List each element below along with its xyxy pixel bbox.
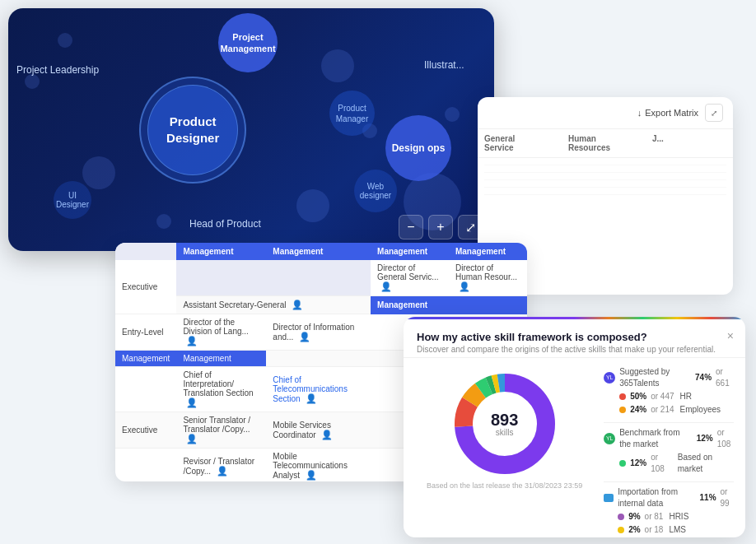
market-avatar: YL	[604, 433, 615, 444]
col-human-resources: HumanResources	[568, 134, 642, 152]
matrix-row	[484, 173, 726, 180]
bubble-controls: − + ⤢	[399, 215, 483, 239]
deco-dot	[156, 214, 171, 229]
market2-count: or 108	[651, 452, 672, 475]
director-general-cell: Director of General Servic... 👤	[371, 260, 449, 296]
matrix-body	[478, 158, 733, 195]
col-management-1: Management	[176, 243, 266, 260]
executive-level: Executive	[115, 260, 176, 314]
suggested-avatar: YL	[604, 372, 615, 384]
employees-count: or 214	[651, 404, 674, 416]
suggested-row: YL Suggested by 365Talents 74% or 661	[604, 366, 734, 389]
lms-dot	[618, 527, 624, 533]
revisor-cell: Revisor / Translator /Copy... 👤	[176, 449, 266, 482]
asst-secretary-name: Assistant Secretary-General	[183, 300, 286, 309]
mobile-services-cell: Mobile Services Coordinator 👤	[266, 412, 371, 449]
suggested-label: Suggested by 365Talents	[619, 366, 691, 389]
hris-label: HRIS	[669, 511, 688, 523]
design-ops-label: Design ops	[392, 142, 446, 154]
employees-label: Employees	[680, 404, 721, 416]
director-info-name: Director of Information and...	[273, 323, 354, 342]
matrix-columns: GeneralService HumanResources J...	[478, 129, 733, 158]
hr-dot	[619, 393, 626, 400]
employees-pct: 24%	[630, 404, 646, 416]
level-cell	[115, 367, 176, 412]
product-manager-node[interactable]: Product Manager	[329, 91, 375, 136]
matrix-header: ↓ Export Matrix ⤢	[478, 97, 733, 129]
org-table-row: Assistant Secretary-General 👤 Management	[115, 296, 527, 314]
head-of-product-label: Head of Product	[189, 218, 261, 231]
import-pct: 11%	[700, 492, 716, 504]
user-icon: 👤	[459, 281, 470, 291]
senior-translator-cell: Senior Translator / Translator /Copy... …	[176, 412, 266, 449]
col-j: J...	[652, 134, 726, 152]
user-icon: 👤	[217, 466, 228, 476]
asst-secretary-cell: Assistant Secretary-General 👤	[176, 296, 371, 314]
entry-level-label: Entry-Level	[115, 314, 176, 351]
level-col-header	[115, 243, 176, 260]
donut-chart: 893 skills	[447, 366, 562, 481]
design-ops-node[interactable]: Design ops	[385, 115, 451, 181]
matrix-row	[484, 165, 726, 173]
hris-count: or 81	[645, 511, 664, 523]
hr-label: HR	[680, 391, 692, 402]
import-count: or 99	[721, 486, 734, 509]
bubble-map-card: ProjectManagement Project Leadership Pro…	[8, 8, 494, 251]
skills-legend: YL Suggested by 365Talents 74% or 661 50…	[604, 366, 734, 537]
import-group: Importation from internal data 11% or 99…	[604, 486, 734, 536]
ui-designer-node[interactable]: UI Designer	[54, 181, 91, 219]
ui-designer-label: UI Designer	[54, 191, 91, 209]
legend-divider-1	[604, 422, 734, 423]
user-icon: 👤	[380, 281, 392, 291]
close-button[interactable]: ×	[727, 329, 734, 342]
donut-section: 893 skills Based on the last release the…	[415, 366, 594, 537]
import-row: Importation from internal data 11% or 99	[604, 486, 734, 509]
skills-header: How my active skill framework is compose…	[404, 319, 745, 358]
project-management-node[interactable]: ProjectManagement	[218, 13, 278, 72]
col-general-service: GeneralService	[484, 134, 558, 152]
director-general-name: Director of General Servic...	[377, 263, 438, 281]
hris-dot	[618, 514, 624, 520]
user-icon: 👤	[306, 470, 317, 480]
donut-total: 893	[491, 411, 518, 428]
hr-row: 50% or 447 HR	[604, 391, 734, 402]
market-group: YL Benchmark from the market 12% or 108 …	[604, 427, 734, 475]
zoom-in-button[interactable]: +	[428, 215, 453, 239]
lms-pct: 2%	[628, 524, 640, 536]
illustrator-label: Illustrat...	[424, 59, 464, 72]
export-label: Export Matrix	[645, 108, 698, 118]
executive-level-2: Executive	[115, 412, 176, 449]
suggested-pct: 74%	[695, 372, 712, 384]
matrix-expand-button[interactable]: ⤢	[705, 104, 723, 122]
zoom-out-button[interactable]: −	[399, 215, 423, 239]
skills-subtitle: Discover and compare the origins of the …	[417, 345, 732, 354]
matrix-row	[484, 188, 726, 195]
director-lang-name: Director of the Division of Lang...	[183, 318, 249, 336]
hris-row: 9% or 81 HRIS	[604, 511, 734, 523]
lms-label: LMS	[669, 524, 686, 536]
web-designer-node[interactable]: Web designer	[354, 170, 397, 212]
market-pct: 12%	[697, 433, 713, 444]
market2-label: Based on market	[678, 452, 734, 475]
product-designer-circle[interactable]: Product Designer	[139, 77, 246, 184]
market-row: YL Benchmark from the market 12% or 108	[604, 427, 734, 450]
org-table-row: Executive Director of General Servic... …	[115, 260, 527, 296]
director-info-cell: Director of Information and... 👤	[266, 314, 371, 351]
level-cell	[115, 449, 176, 482]
deco-dot	[58, 33, 72, 48]
web-designer-label: Web designer	[354, 182, 397, 200]
product-designer-label: Product Designer	[148, 114, 237, 146]
senior-translator-name: Senior Translator / Translator /Copy...	[183, 416, 250, 434]
deco-dot	[82, 156, 115, 189]
lms-row: 2% or 18 LMS	[604, 524, 734, 536]
user-icon: 👤	[186, 398, 198, 407]
market-label: Benchmark from the market	[619, 427, 692, 450]
chief-translation-name: Chief of Interpretation/ Translation Sec…	[183, 370, 253, 398]
employees-dot	[619, 407, 626, 413]
sub-management-label: Management	[115, 351, 176, 367]
export-matrix-button[interactable]: ↓ Export Matrix	[637, 108, 698, 118]
hris-pct: 9%	[628, 511, 640, 523]
sub-management-header: Management	[371, 296, 527, 314]
project-management-label: ProjectManagement	[220, 31, 275, 55]
deco-dot	[296, 189, 329, 222]
